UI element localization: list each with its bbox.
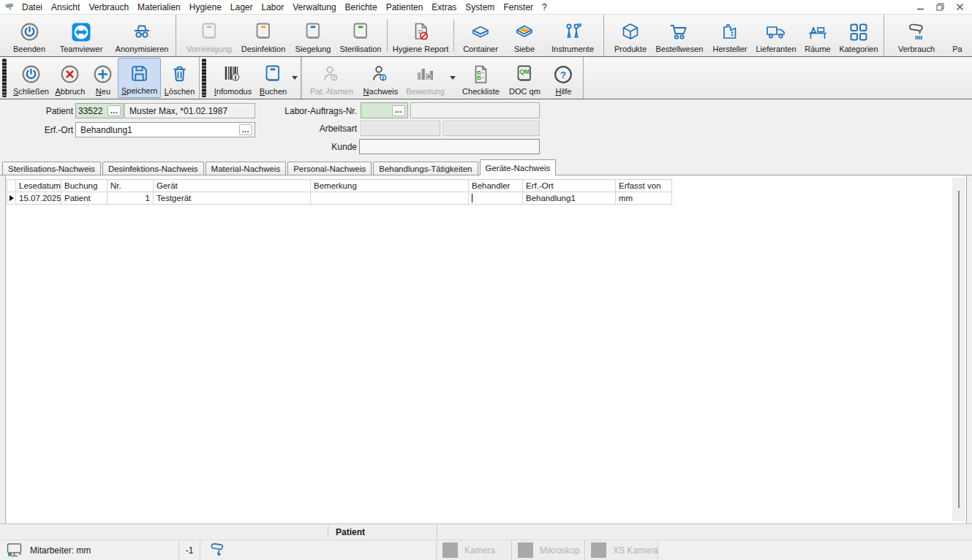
loeschen-button[interactable]: Löschen [161, 58, 197, 98]
vertical-scrollbar[interactable] [952, 178, 965, 521]
menu-lager[interactable]: Lager [226, 1, 257, 14]
infomodus-button[interactable]: Infomodus [210, 58, 255, 98]
menu-extras[interactable]: Extras [427, 1, 461, 14]
geraete-grid: Lesedatum Buchung Nr. Gerät Bemerkung Be… [7, 179, 672, 205]
truck-icon [764, 20, 788, 44]
container-button[interactable]: Container [456, 15, 505, 56]
toolbar-grip[interactable] [2, 58, 7, 97]
book-icon [302, 20, 324, 44]
anonymisieren-button[interactable]: Anonymisieren [110, 15, 174, 56]
close-button[interactable] [950, 0, 970, 13]
kunde-field[interactable] [359, 139, 540, 154]
hygiene-report-button[interactable]: Hygiene Report [389, 15, 452, 56]
siebe-button[interactable]: Siebe [505, 15, 543, 56]
arbeitsart-field-2 [443, 121, 540, 136]
labor-auftrag-label: Labor-Auftrags-Nr. [234, 106, 357, 116]
instruments-icon [562, 20, 584, 44]
tab-behandlungs-taetigkeiten[interactable]: Behandlungs-Tätigkeiten [373, 162, 478, 175]
menu-fenster[interactable]: Fenster [499, 1, 538, 14]
menu-hilfe[interactable]: ? [538, 1, 551, 14]
menu-system[interactable]: System [461, 1, 499, 14]
siegelung-button[interactable]: Siegelung [290, 15, 336, 56]
tab-geraete-nachweis[interactable]: Geräte-Nachweis [480, 159, 557, 175]
hersteller-button[interactable]: Hersteller [708, 15, 752, 56]
statusbar-mitarbeiter: Mitarbeiter: mm [0, 540, 179, 560]
buchen-dropdown[interactable] [290, 58, 299, 98]
erf-ort-label: Erf.-Ort [22, 125, 73, 135]
menu-hygiene[interactable]: Hygiene [185, 1, 226, 14]
barcode-scanner-icon [905, 20, 928, 44]
erf-ort-field[interactable]: Behandlung1 ... [75, 122, 255, 137]
lieferanten-button[interactable]: Lieferanten [752, 15, 800, 56]
menu-verbrauch[interactable]: Verbrauch [84, 1, 133, 14]
raeume-button[interactable]: Räume [800, 15, 835, 56]
col-erfasst-von[interactable]: Erfasst von [616, 180, 672, 192]
desinfektion-button[interactable]: Desinfektion [236, 15, 290, 56]
tab-sterilisations-nachweis[interactable]: Sterilisations-Nachweis [2, 162, 101, 175]
rating-bars-icon [414, 62, 436, 86]
pat-namen-button: ? Pat.-Namen [304, 58, 359, 98]
tab-material-nachweis[interactable]: Material-Nachweis [206, 162, 287, 175]
categories-icon [848, 20, 870, 44]
sterilisation-button[interactable]: Sterilisation [336, 15, 385, 56]
col-behandler[interactable]: Behandler [469, 180, 523, 192]
tab-personal-nachweis[interactable]: Personal-Nachweis [287, 162, 372, 175]
schliessen-button[interactable]: Schließen [10, 58, 52, 98]
labor-browse-button[interactable]: ... [392, 105, 405, 116]
tab-desinfektions-nachweis[interactable]: Desinfektions-Nachweis [102, 162, 204, 175]
scrollbar-thumb[interactable] [958, 191, 960, 508]
cell-behandler[interactable] [469, 192, 523, 205]
toolbar-grip[interactable] [202, 58, 206, 97]
col-geraet[interactable]: Gerät [154, 180, 311, 192]
col-erf-ort[interactable]: Erf.-Ort [523, 180, 616, 192]
kategorien-button[interactable]: Kategorien [835, 15, 882, 56]
col-buchung[interactable]: Buchung [61, 180, 108, 192]
nachweis-button[interactable]: Nachweis [359, 58, 402, 98]
menu-patienten[interactable]: Patienten [382, 1, 428, 14]
toolbar-section-nachweis: ? Pat.-Namen Nachweis Bewertung Checklis… [301, 57, 584, 99]
patient-id-field[interactable]: 33522 ... [75, 103, 124, 118]
svg-text:?: ? [333, 75, 336, 80]
table-row[interactable]: 15.07.2025 Patient 1 Testgerät Behandlun… [7, 192, 672, 205]
col-lesedatum[interactable]: Lesedatum [16, 180, 61, 192]
recbar-separator [437, 526, 437, 538]
patienten-button-clipped[interactable]: Pa [943, 15, 972, 56]
bestellwesen-button[interactable]: Bestellwesen [651, 15, 708, 56]
edit-toolbar: Schließen Abbruch Neu Speichern Löschen [0, 57, 972, 99]
restore-button[interactable] [930, 0, 950, 13]
xs-camera-icon [591, 542, 606, 558]
menu-datei[interactable]: Datei [18, 1, 47, 14]
verbrauch-button[interactable]: Verbrauch [890, 15, 943, 56]
neu-button[interactable]: Neu [88, 58, 118, 98]
menu-materialien[interactable]: Materialien [133, 1, 185, 14]
doc-qm-button[interactable]: QM DOC qm [504, 58, 545, 98]
menu-labor[interactable]: Labor [257, 1, 289, 14]
menu-berichte[interactable]: Berichte [341, 1, 382, 14]
hilfe-button[interactable]: ? Hilfe [545, 58, 581, 98]
mitarbeiter-text: Mitarbeiter: mm [30, 545, 91, 556]
col-nr[interactable]: Nr. [108, 180, 154, 192]
patient-browse-button[interactable]: ... [108, 105, 121, 116]
cube-icon [619, 20, 641, 44]
bewertung-button: Bewertung [402, 58, 448, 98]
buchen-button[interactable]: Buchen [255, 58, 290, 98]
col-bemerkung[interactable]: Bemerkung [311, 180, 469, 192]
menu-ansicht[interactable]: Ansicht [47, 1, 84, 14]
beenden-button[interactable]: Beenden [6, 15, 53, 56]
labor-auftrag-field[interactable]: ... [361, 102, 408, 118]
teamviewer-button[interactable]: Teamviewer [53, 15, 110, 56]
instrumente-button[interactable]: Instrumente [543, 15, 602, 56]
grid-header-row: Lesedatum Buchung Nr. Gerät Bemerkung Be… [7, 180, 672, 192]
abbruch-button[interactable]: Abbruch [52, 58, 88, 98]
speichern-button[interactable]: Speichern [118, 58, 162, 98]
minimize-button[interactable] [911, 0, 930, 13]
power-icon [20, 62, 42, 86]
tray-icon [513, 20, 536, 44]
statusbar-counter: -1 [179, 540, 200, 560]
checkliste-button[interactable]: Checkliste [457, 58, 504, 98]
cancel-icon [59, 62, 80, 86]
incognito-icon [131, 20, 153, 44]
cell-erf-ort: Behandlung1 [523, 192, 616, 205]
produkte-button[interactable]: Produkte [610, 15, 651, 56]
menu-verwaltung[interactable]: Verwaltung [288, 1, 340, 14]
